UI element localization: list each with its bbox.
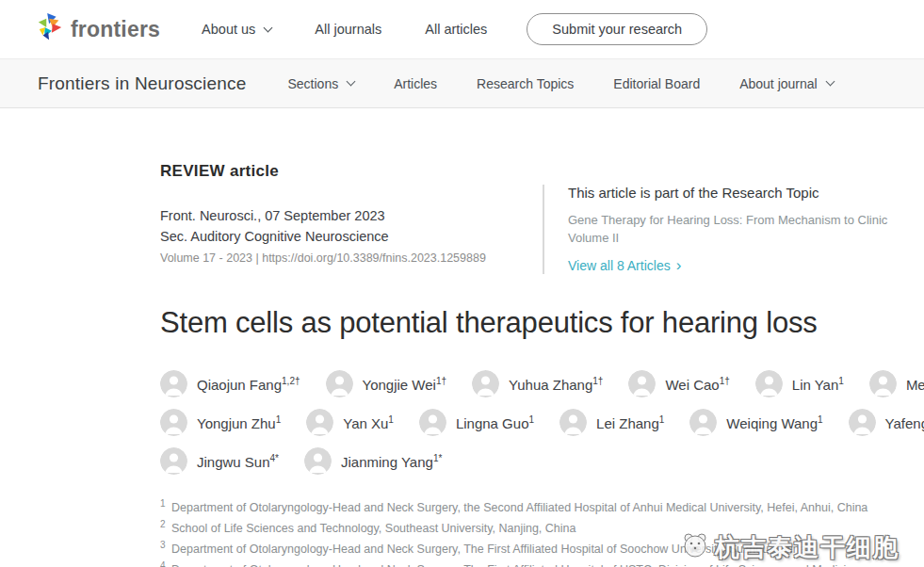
- author[interactable]: Yuhua Zhang1†: [472, 370, 603, 397]
- chevron-down-icon: [825, 77, 835, 87]
- journal-nav-editorial-board-label: Editorial Board: [613, 76, 700, 91]
- author-affiliation-superscript: 1: [659, 414, 665, 425]
- research-topic-title[interactable]: Gene Therapy for Hearing Loss: From Mech…: [568, 211, 916, 247]
- journal-nav-sections-label: Sections: [287, 76, 338, 91]
- affiliation-line: 2 School of Life Sciences and Technology…: [160, 516, 904, 537]
- nav-all-articles-label: All articles: [425, 22, 487, 37]
- author[interactable]: Mengdie Kong2: [869, 370, 924, 397]
- author-name: Lei Zhang1: [596, 414, 664, 431]
- affiliation-line: 3 Department of Otolaryngology-Head and …: [160, 537, 904, 558]
- author-name: Jingwu Sun4*: [197, 453, 279, 470]
- author-avatar-icon: [160, 409, 187, 436]
- journal-nav-articles[interactable]: Articles: [394, 76, 437, 91]
- research-topic-box: This article is part of the Research Top…: [543, 185, 912, 274]
- author[interactable]: Yan Xu1: [306, 409, 394, 436]
- author-avatar-icon: [849, 409, 876, 436]
- author-affiliation-superscript: 4*: [270, 453, 279, 463]
- author-avatar-icon: [472, 370, 499, 397]
- citation-block: REVIEW article Front. Neurosci., 07 Sept…: [160, 162, 543, 274]
- author[interactable]: Wei Cao1†: [628, 370, 729, 397]
- research-topic-heading: This article is part of the Research Top…: [568, 185, 912, 201]
- author-avatar-icon: [755, 370, 783, 397]
- author-affiliation-superscript: 1: [528, 414, 534, 425]
- author-affiliation-superscript: 1: [276, 414, 282, 425]
- author-name: Mengdie Kong2: [906, 376, 924, 393]
- author-affiliation-superscript: 1,2†: [282, 376, 300, 386]
- frontiers-logo[interactable]: frontiers: [36, 12, 160, 46]
- author-name: Yafeng Yu3*: [885, 414, 924, 431]
- affiliation-line: 4 Department of Otolaryngology-Head and …: [160, 558, 904, 567]
- frontiers-logo-icon: [36, 12, 64, 46]
- authors-list: Qiaojun Fang1,2†Yongjie Wei1†Yuhua Zhang…: [160, 370, 905, 475]
- author[interactable]: Qiaojun Fang1,2†: [160, 370, 300, 397]
- journal-nav: Sections Articles Research Topics Editor…: [287, 76, 833, 91]
- author-name: Wei Cao1†: [665, 376, 729, 393]
- journal-nav-articles-label: Articles: [394, 76, 437, 91]
- view-all-articles-link[interactable]: View all 8 Articles ›: [568, 258, 681, 273]
- chevron-down-icon: [347, 77, 356, 87]
- author-avatar-icon: [419, 409, 446, 436]
- author-name: Yuhua Zhang1†: [509, 376, 603, 393]
- article-header-section: REVIEW article Front. Neurosci., 07 Sept…: [0, 108, 924, 567]
- journal-nav-about-journal[interactable]: About journal: [739, 76, 834, 91]
- author-affiliation-superscript: 1*: [433, 453, 442, 463]
- author-name: Yongjie Wei1†: [363, 376, 447, 393]
- author[interactable]: Yongjun Zhu1: [160, 409, 281, 436]
- nav-all-articles[interactable]: All articles: [425, 22, 487, 37]
- author[interactable]: Jingwu Sun4*: [160, 447, 279, 475]
- author-affiliation-superscript: 1: [388, 414, 394, 425]
- affiliation-line: 1 Department of Otolaryngology-Head and …: [160, 495, 904, 516]
- author-avatar-icon: [160, 370, 187, 397]
- author[interactable]: Yafeng Yu3*: [849, 409, 924, 436]
- author-name: Lingna Guo1: [456, 414, 534, 431]
- author[interactable]: Lingna Guo1: [419, 409, 534, 436]
- affiliation-number: 4: [160, 560, 166, 567]
- nav-about-us-label: About us: [202, 22, 255, 37]
- nav-all-journals-label: All journals: [315, 22, 381, 37]
- article-type-label: REVIEW article: [160, 162, 543, 181]
- journal-title[interactable]: Frontiers in Neuroscience: [38, 73, 246, 94]
- author[interactable]: Yongjie Wei1†: [326, 370, 447, 397]
- chevron-right-icon: ›: [676, 259, 682, 272]
- author-name: Yan Xu1: [343, 414, 394, 431]
- author[interactable]: Lei Zhang1: [559, 409, 664, 436]
- nav-about-us[interactable]: About us: [202, 22, 271, 37]
- citation-volume-doi: Volume 17 - 2023 | https://doi.org/10.33…: [160, 251, 543, 265]
- top-header: frontiers About us All journals All arti…: [0, 0, 924, 59]
- affiliation-number: 2: [160, 519, 166, 529]
- author-avatar-icon: [326, 370, 353, 397]
- author-avatar-icon: [160, 447, 187, 475]
- author-avatar-icon: [306, 409, 333, 436]
- journal-nav-editorial-board[interactable]: Editorial Board: [613, 76, 700, 91]
- journal-nav-bar: Frontiers in Neuroscience Sections Artic…: [0, 59, 924, 108]
- author-avatar-icon: [869, 370, 897, 397]
- journal-nav-sections[interactable]: Sections: [287, 76, 354, 91]
- article-title: Stem cells as potential therapeutics for…: [160, 306, 905, 340]
- author-affiliation-superscript: 1: [818, 414, 823, 425]
- citation-section: Sec. Auditory Cognitive Neuroscience: [160, 226, 543, 247]
- top-nav: About us All journals All articles: [202, 22, 487, 37]
- affiliation-number: 3: [160, 540, 166, 550]
- author-avatar-icon: [628, 370, 656, 397]
- author-row: Jingwu Sun4*Jianming Yang1*: [160, 447, 905, 475]
- author[interactable]: Weiqing Wang1: [689, 409, 822, 436]
- author-name: Lin Yan1: [792, 376, 844, 393]
- author-affiliation-superscript: 1: [838, 376, 844, 386]
- journal-nav-research-topics[interactable]: Research Topics: [477, 76, 574, 91]
- author-name: Yongjun Zhu1: [197, 414, 281, 431]
- author-name: Jianming Yang1*: [341, 453, 442, 470]
- author-row: Qiaojun Fang1,2†Yongjie Wei1†Yuhua Zhang…: [160, 370, 905, 397]
- citation-journal-date: Front. Neurosci., 07 September 2023: [160, 205, 543, 226]
- author-name: Qiaojun Fang1,2†: [197, 376, 300, 393]
- nav-all-journals[interactable]: All journals: [315, 22, 381, 37]
- author-name: Weiqing Wang1: [726, 414, 822, 431]
- author-row: Yongjun Zhu1Yan Xu1Lingna Guo1Lei Zhang1…: [160, 409, 905, 436]
- author-affiliation-superscript: 1†: [436, 376, 446, 386]
- author[interactable]: Lin Yan1: [755, 370, 844, 397]
- journal-nav-research-topics-label: Research Topics: [477, 76, 574, 91]
- author-avatar-icon: [689, 409, 717, 436]
- frontiers-logo-text: frontiers: [71, 17, 160, 42]
- author[interactable]: Jianming Yang1*: [304, 447, 442, 475]
- submit-research-button[interactable]: Submit your research: [527, 13, 707, 45]
- author-affiliation-superscript: 1†: [592, 376, 603, 386]
